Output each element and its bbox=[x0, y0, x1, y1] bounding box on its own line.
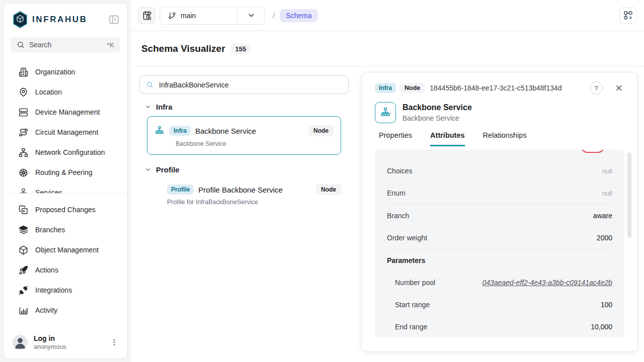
tab-attributes[interactable]: Attributes bbox=[430, 131, 464, 146]
schema-search-box bbox=[139, 75, 349, 94]
node-kind-pill: Node bbox=[308, 125, 334, 136]
sidebar-collapse-button[interactable] bbox=[108, 14, 120, 26]
hierarchy-icon bbox=[19, 188, 28, 194]
group-header-infra[interactable]: Infra bbox=[145, 103, 349, 111]
branch-dropdown-button[interactable] bbox=[237, 11, 265, 20]
branch-name: main bbox=[181, 12, 196, 20]
branch-selector[interactable]: main bbox=[159, 7, 265, 25]
attr-row-order-weight: Order weight 2000 bbox=[387, 227, 612, 249]
results-column: Infra Infra Backbone Service bbox=[139, 75, 349, 209]
schema-count-badge: 155 bbox=[231, 44, 251, 54]
panel-tabs: Properties Attributes Relationships bbox=[375, 131, 624, 146]
sidebar-item-activity[interactable]: Activity bbox=[4, 300, 127, 320]
result-item-profile-backbone-service[interactable]: Profile Profile Backbone Service Node Pr… bbox=[154, 179, 341, 209]
number-pool-link[interactable]: 043aeaed-eff2-4e43-a3bb-c09141ac4e2b bbox=[482, 279, 612, 287]
login-row[interactable]: Log in anonymous bbox=[4, 328, 127, 358]
chevron-down-icon bbox=[145, 166, 151, 173]
object-uuid: 184455b6-1848-ee17-3c21-c513b48f134d bbox=[430, 84, 561, 92]
sidebar-nav-secondary: Proposed Changes Branches Object Managem… bbox=[4, 194, 127, 320]
brand-wordmark: INFRAHUB bbox=[32, 15, 88, 25]
close-icon bbox=[614, 83, 623, 93]
node-iconbox bbox=[375, 102, 396, 123]
logo-row: INFRAHUB bbox=[4, 4, 127, 33]
time-travel-button[interactable] bbox=[138, 7, 155, 24]
schema-search-input[interactable] bbox=[158, 80, 342, 89]
copy-icon bbox=[19, 205, 28, 215]
sidebar-item-object-management[interactable]: Object Management bbox=[4, 240, 127, 260]
sidebar-item-branches[interactable]: Branches bbox=[4, 220, 127, 240]
tab-relationships[interactable]: Relationships bbox=[483, 131, 527, 146]
result-title: Backbone Service bbox=[195, 127, 256, 135]
sidebar-item-actions[interactable]: Actions bbox=[4, 260, 127, 280]
attr-row-choices: Choices null bbox=[387, 160, 612, 182]
namespace-badge: Infra bbox=[375, 83, 396, 93]
sidebar-item-integrations[interactable]: Integrations bbox=[4, 280, 127, 300]
breadcrumb-separator: / bbox=[273, 11, 275, 20]
header-divider bbox=[131, 66, 644, 66]
sidebar-item-routing-peering[interactable]: Routing & Peering bbox=[4, 162, 127, 183]
attr-row-start-range: Start range 100 bbox=[387, 294, 612, 316]
user-menu-button[interactable] bbox=[109, 337, 119, 348]
page-head: Schema Visualizer 155 bbox=[141, 43, 251, 54]
sidebar-search[interactable]: Search ^K bbox=[11, 37, 120, 53]
avatar bbox=[13, 335, 28, 350]
sidebar-item-services[interactable]: Services bbox=[4, 183, 127, 193]
infrahub-logo-icon bbox=[13, 11, 28, 28]
result-card-backbone-service[interactable]: Infra Backbone Service Node Backbone Ser… bbox=[147, 116, 341, 155]
tab-properties[interactable]: Properties bbox=[379, 131, 412, 146]
result-description: Profile for InfraBackBoneService bbox=[167, 199, 341, 206]
sidebar-item-proposed-changes[interactable]: Proposed Changes bbox=[4, 200, 127, 220]
parameters-section-title: Parameters bbox=[387, 249, 612, 272]
namespace-badge: Infra bbox=[170, 126, 191, 136]
panel-header: Infra Node 184455b6-1848-ee17-3c21-c513b… bbox=[375, 81, 624, 95]
panel-subtitle: Backbone Service bbox=[403, 114, 472, 122]
breadcrumb-schema[interactable]: Schema bbox=[280, 9, 317, 22]
sidebar-item-device-management[interactable]: Device Management bbox=[4, 102, 127, 122]
topbar: main / Schema bbox=[131, 0, 644, 31]
attr-row-number-pool: Number pool 043aeaed-eff2-4e43-a3bb-c091… bbox=[387, 272, 612, 294]
close-panel-button[interactable] bbox=[613, 82, 624, 94]
sidebar-search-label: Search bbox=[29, 41, 51, 49]
route-icon bbox=[19, 128, 28, 137]
main-area: main / Schema Schema Visualizer 155 bbox=[131, 0, 644, 362]
wheel-icon bbox=[19, 168, 28, 177]
sidebar-item-organization[interactable]: Organization bbox=[4, 62, 127, 82]
box-icon bbox=[19, 245, 28, 255]
sidebar: INFRAHUB Search ^K Organization bbox=[3, 3, 128, 359]
group-header-profile[interactable]: Profile bbox=[145, 165, 349, 174]
panel-identity: Backbone Service Backbone Service bbox=[375, 102, 624, 123]
attr-row-enum: Enum null bbox=[387, 182, 612, 204]
search-icon bbox=[146, 81, 153, 88]
sidebar-item-network-configuration[interactable]: Network Configuration bbox=[4, 142, 127, 162]
calendar-clock-icon bbox=[142, 11, 152, 20]
bar-chart-icon bbox=[19, 306, 28, 315]
attributes-scroll-area[interactable]: Choices null Enum null Branch aware Orde… bbox=[375, 150, 624, 337]
attr-row-end-range: End range 10,000 bbox=[387, 316, 612, 337]
kebab-icon bbox=[110, 338, 118, 347]
panel-scrollbar[interactable] bbox=[627, 152, 631, 238]
detail-panel: Infra Node 184455b6-1848-ee17-3c21-c513b… bbox=[361, 72, 638, 352]
sidebar-item-circuit-management[interactable]: Circuit Management bbox=[4, 122, 127, 142]
chevron-down-icon bbox=[145, 104, 151, 110]
node-kind-pill: Node bbox=[316, 184, 341, 195]
sidebar-nav-primary: Organization Location Device Management bbox=[4, 56, 127, 193]
kind-badge: Node bbox=[400, 83, 425, 93]
login-meta: anonymous bbox=[34, 343, 66, 350]
result-title: Profile Backbone Service bbox=[198, 186, 283, 194]
help-button[interactable]: ? bbox=[590, 81, 603, 95]
panel-title: Backbone Service bbox=[403, 103, 472, 112]
search-shortcut: ^K bbox=[107, 41, 114, 49]
result-description: Backbone Service bbox=[176, 140, 334, 147]
content: Schema Visualizer 155 Infra bbox=[131, 31, 644, 362]
sidebar-item-location[interactable]: Location bbox=[4, 82, 127, 102]
rocket-icon bbox=[19, 265, 28, 275]
git-branch-icon bbox=[168, 12, 176, 20]
network-icon bbox=[19, 148, 28, 157]
attr-row-branch: Branch aware bbox=[387, 205, 612, 227]
page-title: Schema Visualizer bbox=[141, 43, 225, 54]
chevron-down-icon bbox=[247, 11, 256, 20]
panel-collapse-icon bbox=[109, 15, 119, 25]
building-icon bbox=[19, 67, 28, 77]
search-icon bbox=[17, 41, 25, 49]
schema-graph-button[interactable] bbox=[619, 7, 636, 24]
